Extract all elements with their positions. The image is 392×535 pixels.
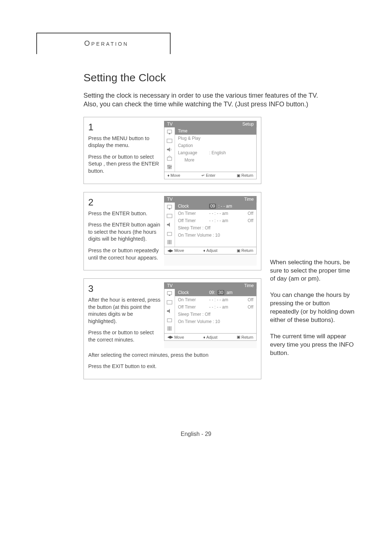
step-2-text: 2 Press the ENTER button. Press the ENTE… — [88, 196, 160, 266]
osd-hdr-right: Time — [244, 283, 254, 288]
t: Caption — [178, 143, 193, 148]
t: Move — [174, 248, 184, 253]
osd-row-clock: Clock 09: 30 am — [175, 289, 256, 296]
svg-rect-23 — [167, 301, 172, 304]
svg-rect-7 — [168, 165, 168, 169]
t: Enter — [206, 173, 215, 177]
channel-icon — [166, 230, 173, 237]
t: or — [305, 300, 313, 307]
t: Off Timer — [178, 218, 207, 223]
t: Return — [241, 248, 253, 253]
picture-icon — [166, 213, 173, 219]
t: Press the — [88, 211, 112, 216]
step-3: 3 After the hour is entered, press the b… — [83, 278, 261, 379]
t: Clock — [178, 290, 207, 295]
osd-hdr-left: TV — [167, 283, 172, 288]
step-1-num: 1 — [88, 121, 160, 134]
t: After the hour is entered, press the but… — [88, 297, 160, 324]
t: After selecting the correct minutes, pre… — [88, 352, 257, 359]
sound-icon — [166, 308, 173, 314]
osd-row-clock: Clock 09: - - am — [175, 203, 256, 210]
t: On Timer — [178, 297, 207, 302]
t: button. — [88, 168, 104, 174]
osd-row-plug: Plug & Play — [175, 135, 256, 142]
t: Return — [241, 173, 253, 177]
t: Move — [174, 335, 184, 339]
svg-rect-15 — [167, 214, 172, 218]
clock-min-hl: 30 — [217, 290, 224, 295]
t: button. — [270, 350, 289, 356]
t: Return — [241, 335, 253, 339]
foot-enter: ↵ Enter — [201, 173, 215, 178]
t: : - - am — [218, 204, 232, 209]
svg-rect-0 — [167, 130, 172, 133]
foot-move: ◀▶ Move — [167, 248, 184, 253]
channel-icon — [166, 155, 173, 162]
svg-rect-1 — [169, 133, 170, 134]
osd-iconbar — [164, 289, 175, 333]
osd-row-lang: Language: English — [175, 149, 256, 156]
t: Sleep Timer : Off — [178, 225, 211, 230]
t: Off — [239, 297, 253, 302]
svg-rect-22 — [169, 295, 170, 296]
t: Press the — [88, 248, 112, 253]
step-3-after: After selecting the correct minutes, pre… — [88, 352, 257, 370]
t: - - : - - am — [209, 305, 237, 310]
t: - - : - - am — [209, 211, 237, 216]
t: Press the — [88, 135, 112, 141]
svg-rect-19 — [169, 240, 170, 244]
osd-row-caption: Caption — [175, 142, 256, 149]
osd-iconbar — [164, 203, 175, 247]
t: Language — [178, 150, 207, 155]
intro-line1: Setting the clock is necessary in order … — [83, 92, 318, 99]
svg-rect-28 — [171, 326, 171, 331]
svg-rect-25 — [167, 319, 172, 322]
svg-rect-8 — [169, 165, 170, 169]
osd-row-more: More — [175, 156, 256, 164]
step-2: 2 Press the ENTER button. Press the ENTE… — [83, 192, 261, 270]
osd-row-sleep: Sleep Timer : Off — [175, 224, 256, 232]
osd-hdr-left: TV — [167, 122, 172, 127]
svg-rect-13 — [167, 205, 172, 208]
osd-setup: TV Setup — [164, 121, 257, 179]
svg-line-5 — [168, 156, 170, 157]
t: button to exit. — [123, 363, 156, 369]
t: Time — [178, 128, 187, 134]
t: Adjust — [207, 335, 218, 339]
osd-hdr-right: Time — [244, 197, 254, 202]
osd-hdr-right: Setup — [242, 122, 254, 127]
svg-rect-20 — [171, 240, 171, 244]
svg-rect-2 — [167, 139, 172, 143]
note-1: When selecting the hours, be sure to sel… — [270, 258, 356, 283]
t: On Timer — [178, 211, 207, 216]
input-icon — [166, 204, 173, 211]
foot-return: ▣ Return — [237, 248, 253, 253]
svg-rect-11 — [169, 167, 170, 168]
t: Off — [239, 211, 253, 216]
svg-rect-21 — [167, 291, 172, 295]
side-notes: When selecting the hours, be sure to sel… — [270, 117, 356, 387]
step-3-text: 3 After the hour is entered, press the b… — [88, 282, 160, 348]
t: Press the — [88, 363, 112, 369]
t: button. — [130, 211, 147, 216]
enter-word: ENTER — [112, 211, 130, 216]
svg-rect-26 — [168, 326, 168, 331]
t: More — [184, 158, 194, 163]
svg-rect-14 — [169, 208, 170, 209]
menu-word: MENU — [112, 135, 127, 141]
t: - - : - - am — [209, 218, 237, 223]
foot-adjust: ♦ Adjust — [203, 248, 217, 253]
t: Press the — [88, 222, 112, 228]
input-icon — [166, 290, 173, 297]
svg-rect-18 — [168, 240, 168, 244]
t: - - : - - am — [209, 297, 237, 302]
osd-row-time: Time — [175, 127, 256, 135]
svg-rect-12 — [170, 166, 172, 167]
foot-move: ◀▶ Move — [167, 335, 184, 339]
t: : English — [209, 150, 226, 155]
note-3: The current time will appear every time … — [270, 332, 356, 358]
svg-marker-3 — [167, 147, 170, 152]
t: Off — [239, 218, 253, 223]
svg-marker-24 — [167, 309, 170, 313]
picture-icon — [166, 299, 173, 306]
